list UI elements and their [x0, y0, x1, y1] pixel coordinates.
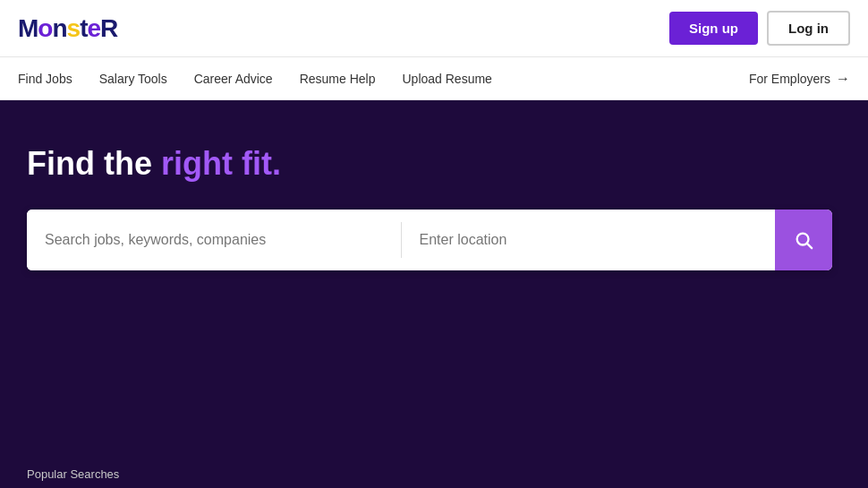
search-icon — [794, 230, 813, 250]
nav-upload-resume[interactable]: Upload Resume — [402, 59, 491, 98]
logo: MonsteR — [18, 14, 117, 43]
search-location-input[interactable] — [402, 210, 776, 270]
for-employers-link[interactable]: For Employers → — [749, 71, 850, 87]
header-actions: Sign up Log in — [669, 11, 850, 46]
logo-e: e — [87, 14, 100, 42]
hero-title: Find the right fit. — [27, 145, 841, 183]
logo-r: R — [100, 14, 117, 42]
nav-links: Find Jobs Salary Tools Career Advice Res… — [18, 59, 492, 98]
search-button[interactable] — [775, 210, 832, 270]
logo-on: o — [38, 14, 52, 42]
svg-line-1 — [807, 244, 812, 248]
popular-label: Popular Searches — [27, 467, 841, 481]
search-jobs-input[interactable] — [27, 210, 401, 270]
hero-section: Find the right fit. — [0, 100, 868, 449]
nav-salary-tools[interactable]: Salary Tools — [99, 59, 167, 98]
signup-button[interactable]: Sign up — [669, 12, 758, 45]
for-employers-arrow-icon: → — [836, 71, 850, 87]
logo-n: n — [52, 14, 66, 42]
logo-m: M — [18, 14, 38, 42]
hero-title-plain: Find the — [27, 145, 161, 182]
nav-find-jobs[interactable]: Find Jobs — [18, 59, 72, 98]
nav-career-advice[interactable]: Career Advice — [194, 59, 273, 98]
hero-title-highlight: right fit. — [161, 145, 281, 182]
search-bar — [27, 210, 832, 270]
logo-s: s — [67, 14, 81, 42]
login-button[interactable]: Log in — [767, 11, 850, 46]
header: MonsteR Sign up Log in — [0, 0, 868, 57]
for-employers-label: For Employers — [749, 72, 830, 86]
nav-resume-help[interactable]: Resume Help — [300, 59, 376, 98]
main-nav: Find Jobs Salary Tools Career Advice Res… — [0, 57, 868, 100]
popular-searches-section: Popular Searches 🔍 Work from home 🔍 Part… — [0, 449, 868, 488]
